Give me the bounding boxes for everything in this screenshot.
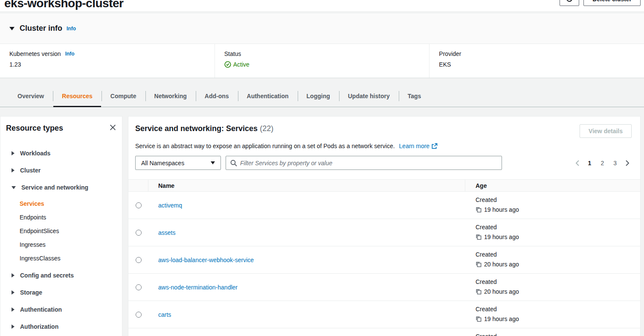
selection-column-header [128,180,148,191]
row-radio-button[interactable] [136,312,142,318]
chevron-right-icon [12,168,15,172]
copy-icon[interactable] [476,234,482,240]
kubernetes-version-value: 1.23 [9,61,215,68]
copy-icon[interactable] [476,316,482,322]
next-page-button[interactable] [623,159,632,167]
sidebar-subitem-endpointslices[interactable]: EndpointSlices [20,224,119,238]
service-link[interactable]: activemq [158,202,182,209]
pagination: 1 2 3 [573,158,632,168]
service-link[interactable]: aws-node-termination-handler [158,284,238,291]
copy-icon[interactable] [476,289,482,295]
cluster-info-info-link[interactable]: Info [67,26,76,32]
namespace-select[interactable]: All Namespaces [135,156,221,170]
name-column-header: Name [158,182,174,189]
tab-overview[interactable]: Overview [9,87,53,107]
service-link[interactable]: carts [158,311,171,318]
page-1-button[interactable]: 1 [585,158,595,168]
row-radio-button[interactable] [136,284,142,290]
cluster-info-body: Kubernetes version Info 1.23 Status Acti… [0,44,644,78]
created-label: Created [476,333,640,336]
row-radio-button[interactable] [136,230,142,236]
chevron-right-icon [12,273,15,278]
page-2-button[interactable]: 2 [598,158,607,168]
age-column-header: Age [476,182,487,189]
cluster-tabs: Overview Resources Compute Networking Ad… [0,87,644,107]
collapse-caret-icon[interactable] [9,27,15,30]
filter-row: All Namespaces 1 2 3 [128,156,640,170]
service-link[interactable]: assets [158,229,175,236]
table-row-partial: Created [128,328,640,336]
previous-page-button[interactable] [573,159,582,167]
page-title: eks-workshop-cluster [0,0,644,10]
namespace-select-value: All Namespaces [141,160,184,167]
table-row: activemq Created 19 hours ago [128,192,640,219]
age-value: 20 hours ago [484,288,519,295]
services-panel-title: Service and networking: Services (22) [135,124,273,133]
sidebar-item-config-and-secrets[interactable]: Config and secrets [12,267,119,284]
view-details-button[interactable]: View details [580,124,632,138]
tab-resources[interactable]: Resources [53,87,102,107]
tab-add-ons[interactable]: Add-ons [196,87,238,107]
refresh-icon [566,0,573,4]
created-label: Created [476,278,640,285]
filter-input[interactable] [240,160,497,167]
filter-search-box [226,156,502,170]
sidebar-close-button[interactable] [107,123,119,133]
sidebar-item-authorization[interactable]: Authorization [12,318,119,335]
sidebar-item-storage[interactable]: Storage [12,284,119,301]
service-link[interactable]: aws-load-balancer-webhook-service [158,257,254,263]
tab-logging[interactable]: Logging [298,87,339,107]
status-label: Status [224,50,241,57]
sidebar-subitem-ingresses[interactable]: Ingresses [20,238,119,251]
learn-more-link[interactable]: Learn more [399,143,438,149]
cluster-info-title: Cluster info [20,24,62,33]
age-value: 20 hours ago [484,261,519,268]
age-value: 19 hours ago [484,234,519,240]
status-value: Active [233,61,249,68]
search-icon [230,160,237,167]
kubernetes-version-info-link[interactable]: Info [65,51,75,57]
page-3-button[interactable]: 3 [610,158,620,168]
tab-update-history[interactable]: Update history [339,87,399,107]
provider-label: Provider [439,50,461,57]
chevron-right-icon [12,324,15,329]
tab-networking[interactable]: Networking [145,87,196,107]
sidebar-item-service-and-networking[interactable]: Service and networking [12,179,119,196]
sidebar-item-cluster[interactable]: Cluster [12,162,119,179]
row-radio-button[interactable] [136,257,142,263]
sidebar-subitem-ingressclasses[interactable]: IngressClasses [20,251,119,265]
select-caret-icon [211,161,215,164]
chevron-down-icon [12,186,16,189]
created-label: Created [476,306,640,313]
kubernetes-version-label: Kubernetes version [9,50,61,57]
age-value: 19 hours ago [484,316,519,322]
status-check-icon [224,61,231,68]
created-label: Created [476,251,640,258]
content-area: Resource types Workloads Cluster Service… [0,107,644,336]
services-table: Name Age activemq Created 19 hours ago [128,179,640,336]
row-radio-button[interactable] [136,202,142,208]
tab-compute[interactable]: Compute [102,87,145,107]
refresh-button[interactable] [560,0,579,6]
copy-icon[interactable] [476,207,482,213]
sidebar-item-authentication[interactable]: Authentication [12,301,119,318]
field-kubernetes-version: Kubernetes version Info 1.23 [0,44,215,78]
created-label: Created [476,196,640,203]
sidebar-item-workloads[interactable]: Workloads [12,145,119,162]
tab-tags[interactable]: Tags [399,87,430,107]
delete-cluster-button[interactable]: Delete cluster [583,0,641,6]
resource-types-sidebar: Resource types Workloads Cluster Service… [0,116,122,336]
services-description: Service is an abstract way to expose an … [135,143,632,149]
services-panel: Service and networking: Services (22) Vi… [128,116,641,336]
copy-icon[interactable] [476,261,482,267]
cluster-info-panel: Cluster info Info Kubernetes version Inf… [0,13,644,78]
sidebar-subitem-endpoints[interactable]: Endpoints [20,210,119,224]
sidebar-subitem-services[interactable]: Services [20,197,119,210]
tab-authentication[interactable]: Authentication [238,87,298,107]
page-header: eks-workshop-cluster Delete cluster [0,0,644,11]
chevron-right-icon [12,290,15,295]
services-count: (22) [260,124,273,133]
table-row: aws-node-termination-handler Created 20 … [128,274,640,301]
table-row: carts Created 19 hours ago [128,301,640,328]
cluster-info-header[interactable]: Cluster info Info [0,13,644,44]
